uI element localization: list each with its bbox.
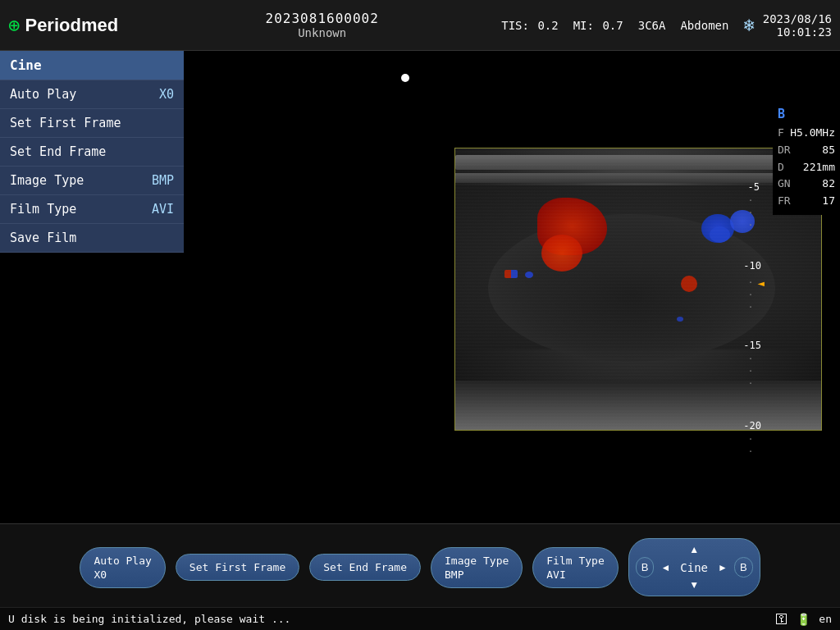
logo-text: Periodmed: [25, 15, 118, 36]
scroll-down-button[interactable]: ▼: [686, 578, 702, 592]
sidebar-save-film[interactable]: Save Film: [0, 224, 184, 253]
mode-indicator: B: [778, 107, 835, 121]
sidebar-set-first-frame[interactable]: Set First Frame: [0, 109, 184, 138]
flow-red-2: [541, 235, 582, 272]
depth-dot11: ·: [748, 447, 753, 456]
info-panel: B F H5.0MHz DR 85 D 221mm GN 82 FR 17: [773, 102, 840, 215]
info-gn: GN 82: [778, 176, 835, 193]
status-bar: U disk is being initialized, please wait…: [0, 607, 840, 630]
scroll-up-button[interactable]: ▲: [686, 542, 702, 557]
mi-label: MI: 0.7: [573, 19, 623, 32]
probe-label: 3C6A: [638, 19, 666, 32]
set-first-frame-button[interactable]: Set First Frame: [176, 554, 299, 581]
info-fr: FR 17: [778, 193, 835, 210]
tis-label: TIS: 0.2: [501, 19, 558, 32]
depth-dot9: ·: [748, 379, 753, 388]
depth-dot8: ·: [748, 367, 753, 376]
logo: ⊕ Periodmed: [8, 14, 118, 37]
info-d: D 221mm: [778, 159, 835, 176]
cine-nav-label: Cine: [677, 561, 711, 574]
b-right-button[interactable]: B: [734, 557, 753, 578]
snowflake-icon: ❄: [743, 15, 754, 35]
auto-play-button[interactable]: Auto Play X0: [80, 547, 165, 588]
depth-minus15: -15: [743, 340, 761, 351]
depth-dot4: ·: [748, 278, 753, 287]
sidebar-film-type[interactable]: Film Type AVI: [0, 195, 184, 224]
flow-red-3: [681, 276, 697, 292]
next-button[interactable]: ►: [714, 560, 731, 575]
depth-minus10: -10: [743, 260, 761, 272]
film-type-button[interactable]: Film Type AVI: [532, 547, 618, 588]
mode-label: Abdomen: [680, 19, 728, 32]
header-center: 2023081600002 Unknown: [143, 11, 501, 39]
depth-dot3: ·: [748, 221, 753, 230]
language-indicator: en: [819, 613, 832, 625]
b-left-button[interactable]: B: [636, 557, 655, 578]
depth-dot6: ·: [748, 303, 753, 312]
usb-icon: ⚿: [775, 611, 788, 627]
header-info-row: Unknown: [298, 26, 346, 39]
cine-navigation: ▲ B ◄ Cine ► B ▼: [628, 538, 760, 596]
depth-minus5: -5: [748, 181, 760, 193]
sidebar-set-end-frame[interactable]: Set End Frame: [0, 138, 184, 167]
image-type-button[interactable]: Image Type BMP: [431, 547, 523, 588]
depth-dot1: ·: [748, 196, 753, 205]
depth-dot10: ·: [748, 435, 753, 444]
mi-value: 0.7: [602, 19, 623, 32]
unknown-label: Unknown: [298, 26, 346, 39]
depth-scale-container: -5 · · · -10 ◄ · · · -15 · · · -20 · ·: [727, 102, 768, 417]
flow-blue-small: [525, 272, 533, 278]
sidebar-auto-play[interactable]: Auto Play X0: [0, 80, 184, 109]
header: ⊕ Periodmed 2023081600002 Unknown TIS: 0…: [0, 0, 840, 51]
sidebar-cine-title[interactable]: Cine: [0, 51, 184, 80]
white-dot-indicator: [401, 74, 409, 82]
info-dr: DR 85: [778, 142, 835, 159]
set-end-frame-button[interactable]: Set End Frame: [309, 554, 421, 581]
depth-arrow: ◄: [758, 276, 765, 290]
patient-id: 2023081600002: [266, 11, 379, 26]
prev-button[interactable]: ◄: [657, 560, 673, 575]
depth-minus20: -20: [743, 420, 761, 431]
battery-icon: 🔋: [797, 613, 810, 626]
image-area: -5 · · · -10 ◄ · · · -15 · · · -20 · · B…: [184, 51, 840, 523]
info-f: F H5.0MHz: [778, 125, 835, 142]
tis-value: 0.2: [537, 19, 558, 32]
controls-row: Auto Play X0 Set First Frame Set End Fra…: [0, 524, 840, 607]
sidebar-image-type[interactable]: Image Type BMP: [0, 167, 184, 195]
depth-dot2: ·: [748, 208, 753, 217]
bottom-bar: Auto Play X0 Set First Frame Set End Fra…: [0, 523, 840, 630]
date-label: 2023/08/16: [763, 12, 832, 25]
time-label: 10:01:23: [777, 25, 832, 39]
depth-dot5: ·: [748, 290, 753, 299]
flow-blue-tiny: [677, 317, 683, 322]
sidebar-menu: Cine Auto Play X0 Set First Frame Set En…: [0, 51, 184, 253]
header-stats: TIS: 0.2 MI: 0.7 3C6A Abdomen: [501, 19, 728, 32]
depth-dot7: ·: [748, 354, 753, 363]
logo-icon: ⊕: [8, 14, 20, 37]
status-right: ⚿ 🔋 en: [775, 611, 832, 627]
flow-rb: [504, 270, 518, 278]
status-message: U disk is being initialized, please wait…: [8, 613, 290, 625]
header-datetime: 2023/08/16 10:01:23: [763, 12, 832, 39]
